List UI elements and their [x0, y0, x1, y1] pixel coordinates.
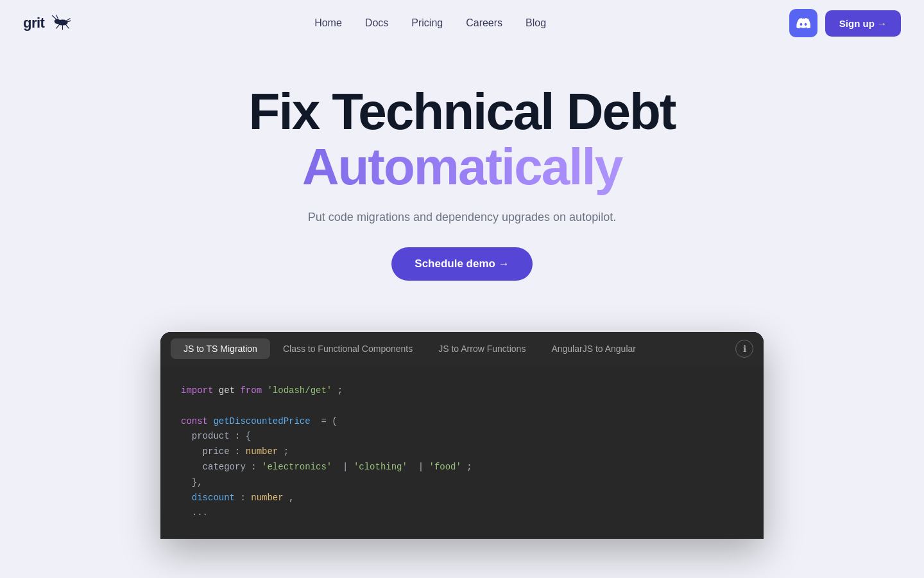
schedule-demo-button[interactable]: Schedule demo → [391, 247, 532, 281]
code-panel: JS to TS Migration Class to Functional C… [160, 332, 764, 539]
code-line-6: category : 'electronics' | 'clothing' | … [181, 460, 743, 475]
nav-home[interactable]: Home [314, 17, 342, 29]
tab-js-arrow[interactable]: JS to Arrow Functions [425, 338, 538, 359]
tab-class-functional[interactable]: Class to Functional Components [270, 338, 425, 359]
code-line-5: price : number ; [181, 444, 743, 460]
hero-section: Fix Technical Debt Automatically Put cod… [0, 46, 924, 306]
tab-angularjs[interactable]: AngularJS to Angular [538, 338, 649, 359]
nav-docs[interactable]: Docs [365, 17, 388, 29]
hero-title-line2: Automatically [13, 139, 911, 195]
nav-links: Home Docs Pricing Careers Blog [314, 17, 546, 29]
svg-line-7 [66, 19, 70, 21]
code-line-4: product : { [181, 429, 743, 444]
svg-line-6 [65, 24, 69, 28]
logo-text: grit [23, 15, 44, 31]
code-body: import get from 'lodash/get' ; const get… [160, 365, 764, 539]
svg-point-9 [55, 20, 57, 22]
nav-right: Sign up → [789, 9, 901, 37]
nav-blog[interactable]: Blog [526, 17, 546, 29]
svg-line-2 [53, 15, 56, 19]
svg-line-4 [56, 24, 60, 28]
code-line-7: }, [181, 475, 743, 491]
hero-subtitle: Put code migrations and dependency upgra… [13, 211, 911, 224]
nav-pricing[interactable]: Pricing [411, 17, 443, 29]
code-line-8: discount : number , [181, 491, 743, 506]
tab-js-to-ts[interactable]: JS to TS Migration [171, 338, 270, 359]
nav-careers[interactable]: Careers [466, 17, 502, 29]
logo-ant-icon [48, 13, 71, 33]
code-line-3: const getDiscountedPrice = ( [181, 414, 743, 430]
code-line-2 [181, 399, 743, 414]
logo[interactable]: grit [23, 13, 71, 33]
discord-icon [796, 18, 810, 28]
discord-button[interactable] [789, 9, 817, 37]
svg-line-3 [56, 15, 58, 18]
code-tabs: JS to TS Migration Class to Functional C… [160, 332, 764, 365]
hero-title-line1: Fix Technical Debt [13, 85, 911, 139]
info-icon[interactable]: ℹ [735, 340, 753, 358]
code-line-9: ... [181, 505, 743, 521]
code-line-1: import get from 'lodash/get' ; [181, 383, 743, 399]
navbar: grit Home Docs Pricing Careers Blog Sign… [0, 0, 924, 46]
signup-button[interactable]: Sign up → [825, 10, 901, 37]
